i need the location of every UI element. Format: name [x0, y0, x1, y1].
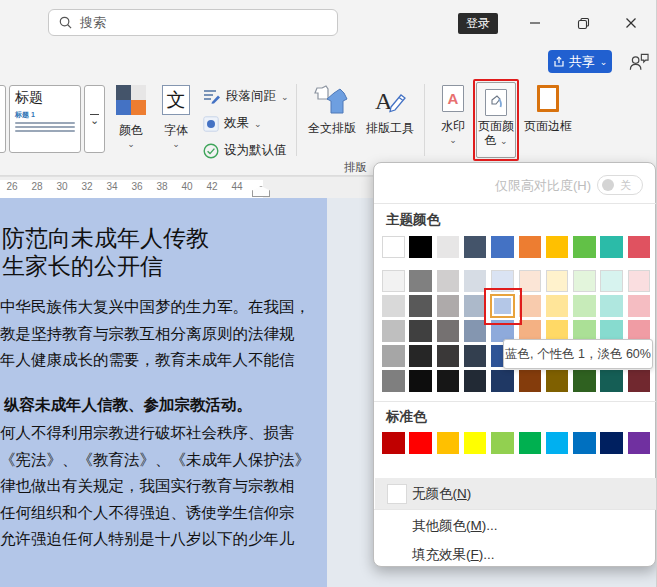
standard-color-swatch[interactable] — [573, 432, 596, 454]
theme-color-variant-swatch[interactable] — [382, 295, 405, 317]
theme-color-variant-swatch[interactable] — [464, 345, 487, 367]
theme-color-variant-swatch[interactable] — [628, 370, 651, 392]
standard-color-swatch[interactable] — [409, 432, 432, 454]
paragraph-spacing-button[interactable]: 段落间距 ⌄ — [203, 88, 289, 105]
menu-item-fill-effects[interactable]: 填充效果(F)... — [375, 540, 656, 570]
set-default-button[interactable]: 设为默认值 — [203, 142, 287, 159]
color-quad-icon — [116, 85, 146, 115]
standard-color-swatch[interactable] — [437, 432, 460, 454]
theme-color-variant-swatch[interactable] — [409, 370, 432, 392]
theme-color-variant-swatch[interactable] — [437, 270, 460, 292]
fill-effects-text: 填充效果( — [412, 547, 471, 562]
style-gallery-prev-card[interactable] — [0, 85, 6, 153]
standard-color-swatch[interactable] — [491, 432, 514, 454]
theme-fonts-button[interactable]: 文 字体 ⌄ — [155, 85, 197, 148]
toggle-state-label: 关 — [620, 178, 631, 193]
ruler-tick: 38 — [152, 181, 172, 192]
standard-color-swatch[interactable] — [519, 432, 542, 454]
style-gallery-card[interactable]: 标题 标题 1 — [9, 85, 81, 153]
theme-color-swatch[interactable] — [600, 236, 623, 258]
theme-color-variant-swatch[interactable] — [573, 295, 596, 317]
theme-color-swatch[interactable] — [382, 236, 405, 258]
standard-color-swatch[interactable] — [628, 432, 651, 454]
watermark-button[interactable]: A 水印 ⌄ — [434, 85, 472, 144]
document-line: 《宪法》、《教育法》、《未成年人保护法》 — [0, 447, 327, 474]
theme-color-variant-swatch[interactable] — [464, 370, 487, 392]
standard-color-swatch[interactable] — [464, 432, 487, 454]
theme-color-variant-swatch[interactable] — [437, 320, 460, 342]
share-button[interactable]: 共享 ⌄ — [548, 50, 612, 73]
layout-tools-button[interactable]: A 排版工具 — [362, 85, 418, 137]
standard-color-swatch[interactable] — [600, 432, 623, 454]
menu-item-no-color[interactable]: 无颜色(N) — [375, 478, 656, 509]
document-page[interactable]: 防范向未成年人传教生家长的公开信 中华民族伟大复兴中国梦的生力军。在我国，教是坚… — [0, 198, 327, 587]
theme-color-variant-swatch[interactable] — [464, 270, 487, 292]
contacts-icon[interactable] — [628, 52, 649, 72]
theme-color-variant-swatch[interactable] — [600, 270, 623, 292]
effects-icon — [203, 116, 219, 132]
theme-color-variant-swatch[interactable] — [464, 295, 487, 317]
page-border-button[interactable]: 页面边框 — [521, 85, 575, 135]
standard-color-swatch[interactable] — [382, 432, 405, 454]
theme-color-variant-swatch[interactable] — [600, 295, 623, 317]
menu-item-more-colors[interactable]: 其他颜色(M)... — [375, 511, 656, 541]
theme-color-variant-swatch[interactable] — [546, 295, 569, 317]
theme-color-variant-swatch[interactable] — [382, 320, 405, 342]
theme-color-variant-swatch[interactable] — [491, 270, 514, 292]
high-contrast-toggle[interactable]: 关 — [597, 175, 643, 195]
theme-color-swatch[interactable] — [464, 236, 487, 258]
theme-color-variant-swatch[interactable] — [519, 270, 542, 292]
theme-color-variant-swatch[interactable] — [628, 270, 651, 292]
theme-color-variant-swatch[interactable] — [382, 270, 405, 292]
theme-color-variant-swatch[interactable] — [437, 370, 460, 392]
page-color-label-1: 页面颜 — [478, 119, 514, 133]
check-circle-icon — [203, 143, 219, 159]
theme-color-variant-swatch[interactable] — [546, 370, 569, 392]
theme-color-swatch[interactable] — [519, 236, 542, 258]
theme-color-swatch[interactable] — [573, 236, 596, 258]
theme-color-variant-swatch[interactable] — [409, 320, 432, 342]
style-gallery-more-button[interactable]: ⌄ — [84, 85, 105, 153]
theme-color-swatch[interactable] — [628, 236, 651, 258]
minimize-button[interactable] — [522, 12, 548, 34]
high-contrast-label: 仅限高对比度(H) — [495, 177, 591, 195]
theme-color-variant-swatch[interactable] — [573, 270, 596, 292]
login-button[interactable]: 登录 — [458, 13, 498, 34]
full-layout-button[interactable]: 全文排版 — [303, 85, 361, 137]
theme-color-variant-swatch[interactable] — [628, 295, 651, 317]
theme-color-swatch[interactable] — [437, 236, 460, 258]
theme-color-variant-swatch[interactable] — [409, 270, 432, 292]
theme-color-swatch[interactable] — [546, 236, 569, 258]
theme-color-variant-swatch[interactable] — [382, 345, 405, 367]
theme-color-variant-swatch[interactable] — [491, 370, 514, 392]
theme-color-variant-swatch[interactable] — [437, 345, 460, 367]
effects-button[interactable]: 效果 ⌄ — [203, 115, 262, 132]
word-window: 搜索 登录 共享 ⌄ 标题 标题 1 ⌄ — [0, 0, 657, 587]
theme-color-variant-swatch[interactable] — [437, 295, 460, 317]
standard-color-swatch[interactable] — [546, 432, 569, 454]
page-color-button[interactable]: 页面颜 色 ⌄ — [476, 82, 516, 158]
minimize-icon — [529, 17, 541, 29]
theme-color-variant-swatch[interactable] — [600, 370, 623, 392]
theme-color-variant-swatch[interactable] — [464, 320, 487, 342]
restore-button[interactable] — [570, 12, 596, 34]
page-border-label: 页面边框 — [524, 118, 572, 135]
close-button[interactable] — [618, 12, 644, 34]
search-input[interactable]: 搜索 — [48, 9, 338, 36]
theme-color-variant-swatch[interactable] — [409, 345, 432, 367]
theme-color-swatch[interactable] — [409, 236, 432, 258]
theme-color-variant-swatch[interactable] — [409, 295, 432, 317]
theme-color-swatch[interactable] — [491, 236, 514, 258]
theme-colors-button[interactable]: 颜色 ⌄ — [110, 85, 152, 148]
document-bold-line: 纵容未成年人信教、参加宗教活动。 — [4, 392, 327, 419]
share-label: 共享 — [569, 53, 595, 71]
theme-color-variant-swatch[interactable] — [573, 370, 596, 392]
selected-color-swatch[interactable] — [491, 295, 514, 317]
theme-color-variant-swatch[interactable] — [519, 370, 542, 392]
page-color-dropdown: 仅限高对比度(H) 关 主题颜色 蓝色, 个性色 1，淡色 60% 标准色 无颜… — [373, 162, 656, 567]
theme-color-variant-swatch[interactable] — [519, 295, 542, 317]
theme-color-variant-swatch[interactable] — [382, 370, 405, 392]
ribbon-separator — [424, 84, 425, 156]
more-colors-text: )... — [482, 518, 498, 533]
theme-color-variant-swatch[interactable] — [546, 270, 569, 292]
